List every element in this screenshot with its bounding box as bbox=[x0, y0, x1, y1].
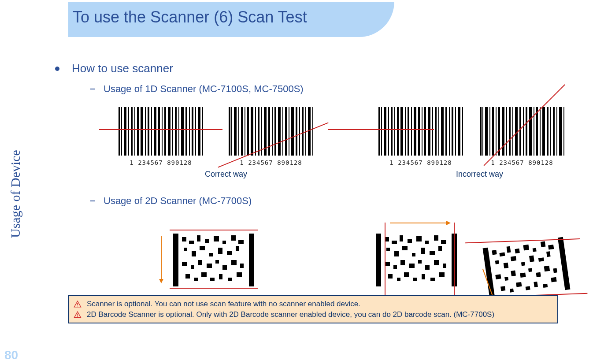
svg-rect-207 bbox=[77, 303, 78, 305]
svg-rect-201 bbox=[510, 289, 514, 293]
page-title: To use the Scanner (6) Scan Test bbox=[73, 8, 307, 26]
heading-text: How to use scanner bbox=[72, 62, 173, 75]
svg-rect-87 bbox=[496, 107, 497, 156]
svg-rect-11 bbox=[151, 107, 152, 156]
svg-rect-13 bbox=[158, 107, 160, 156]
bullet-dot-icon bbox=[55, 67, 59, 71]
svg-rect-95 bbox=[523, 107, 524, 156]
svg-rect-122 bbox=[209, 253, 213, 256]
arrow-down-icon bbox=[161, 236, 162, 280]
svg-rect-99 bbox=[536, 107, 538, 156]
svg-rect-125 bbox=[236, 246, 239, 251]
svg-rect-200 bbox=[500, 286, 505, 291]
svg-rect-126 bbox=[182, 262, 187, 266]
svg-rect-124 bbox=[227, 251, 232, 255]
heading-how-to-use: How to use scanner bbox=[55, 62, 575, 75]
svg-rect-5 bbox=[131, 107, 133, 156]
scan-line-horizontal bbox=[99, 129, 222, 130]
svg-rect-72 bbox=[435, 107, 437, 156]
svg-rect-14 bbox=[162, 107, 163, 156]
svg-rect-34 bbox=[247, 107, 249, 156]
svg-rect-173 bbox=[439, 272, 445, 277]
svg-rect-69 bbox=[424, 107, 426, 156]
svg-rect-194 bbox=[511, 271, 516, 276]
barcode-1d-1: 1 234567 890128 bbox=[117, 103, 205, 164]
svg-rect-48 bbox=[296, 107, 297, 156]
svg-rect-119 bbox=[184, 248, 187, 251]
svg-rect-111 bbox=[182, 237, 186, 241]
svg-rect-161 bbox=[400, 260, 405, 265]
svg-rect-127 bbox=[191, 265, 194, 269]
svg-rect-52 bbox=[308, 107, 311, 156]
svg-rect-152 bbox=[386, 248, 390, 251]
svg-rect-130 bbox=[215, 260, 219, 264]
notice-1-text: Scanner is optional. You can not use sca… bbox=[87, 300, 360, 308]
svg-rect-151 bbox=[441, 240, 446, 244]
svg-rect-186 bbox=[504, 263, 509, 268]
svg-rect-68 bbox=[422, 107, 423, 156]
svg-rect-47 bbox=[291, 107, 294, 156]
svg-rect-38 bbox=[261, 107, 262, 156]
svg-rect-181 bbox=[523, 245, 529, 251]
svg-rect-8 bbox=[141, 107, 143, 156]
svg-rect-205 bbox=[543, 284, 548, 288]
svg-rect-70 bbox=[428, 107, 430, 156]
scan-line-partial bbox=[328, 129, 434, 130]
svg-rect-73 bbox=[438, 107, 439, 156]
svg-rect-199 bbox=[553, 268, 557, 273]
svg-rect-112 bbox=[189, 241, 194, 244]
svg-rect-129 bbox=[207, 264, 212, 268]
notice-box: Scanner is optional. You can not use sca… bbox=[68, 295, 558, 323]
svg-rect-83 bbox=[482, 107, 483, 156]
svg-rect-76 bbox=[449, 107, 450, 156]
barcode-number-4: 1 234567 890128 bbox=[478, 159, 566, 166]
svg-rect-188 bbox=[521, 262, 525, 266]
svg-rect-140 bbox=[237, 272, 242, 277]
svg-rect-153 bbox=[394, 251, 399, 256]
svg-rect-1 bbox=[119, 107, 120, 156]
svg-rect-40 bbox=[268, 107, 270, 156]
svg-rect-90 bbox=[506, 107, 507, 156]
svg-rect-132 bbox=[231, 260, 237, 265]
svg-rect-50 bbox=[302, 107, 304, 156]
svg-rect-94 bbox=[519, 107, 521, 156]
svg-rect-102 bbox=[547, 107, 549, 156]
svg-rect-55 bbox=[378, 107, 380, 156]
svg-rect-16 bbox=[168, 107, 170, 156]
svg-rect-136 bbox=[201, 272, 207, 277]
svg-rect-184 bbox=[548, 245, 554, 250]
svg-rect-131 bbox=[222, 265, 227, 270]
svg-rect-113 bbox=[197, 235, 200, 241]
sub-1d-scanner: Usage of 1D Scanner (MC-7100S, MC-7500S) bbox=[90, 83, 575, 95]
svg-rect-17 bbox=[172, 107, 173, 156]
svg-rect-198 bbox=[544, 266, 550, 272]
barcode-number-1: 1 234567 890128 bbox=[117, 159, 205, 166]
svg-rect-89 bbox=[502, 107, 504, 156]
svg-rect-30 bbox=[234, 107, 237, 156]
svg-rect-114 bbox=[205, 239, 209, 243]
svg-rect-61 bbox=[397, 107, 399, 156]
svg-rect-134 bbox=[185, 274, 190, 279]
svg-rect-180 bbox=[515, 249, 520, 253]
svg-rect-25 bbox=[198, 107, 200, 156]
sub-2d-scanner: Usage of 2D Scanner (MC-7700S) bbox=[90, 195, 575, 207]
svg-rect-182 bbox=[533, 248, 537, 252]
svg-rect-82 bbox=[480, 107, 482, 156]
svg-rect-142 bbox=[376, 234, 381, 286]
svg-rect-4 bbox=[128, 107, 129, 156]
svg-rect-189 bbox=[529, 255, 534, 262]
svg-rect-42 bbox=[274, 107, 276, 156]
svg-rect-204 bbox=[534, 282, 538, 287]
notice-2: 2D Barcode Scanner is optional. Only wit… bbox=[74, 309, 553, 320]
svg-rect-91 bbox=[509, 107, 511, 156]
svg-rect-157 bbox=[430, 251, 435, 255]
svg-rect-192 bbox=[495, 274, 501, 279]
page-number: 80 bbox=[4, 348, 18, 362]
svg-rect-37 bbox=[258, 107, 259, 156]
svg-rect-116 bbox=[222, 241, 226, 244]
svg-rect-158 bbox=[438, 246, 442, 251]
svg-rect-53 bbox=[312, 107, 313, 156]
svg-rect-19 bbox=[178, 107, 179, 156]
svg-rect-150 bbox=[434, 235, 438, 241]
svg-rect-97 bbox=[529, 107, 532, 156]
